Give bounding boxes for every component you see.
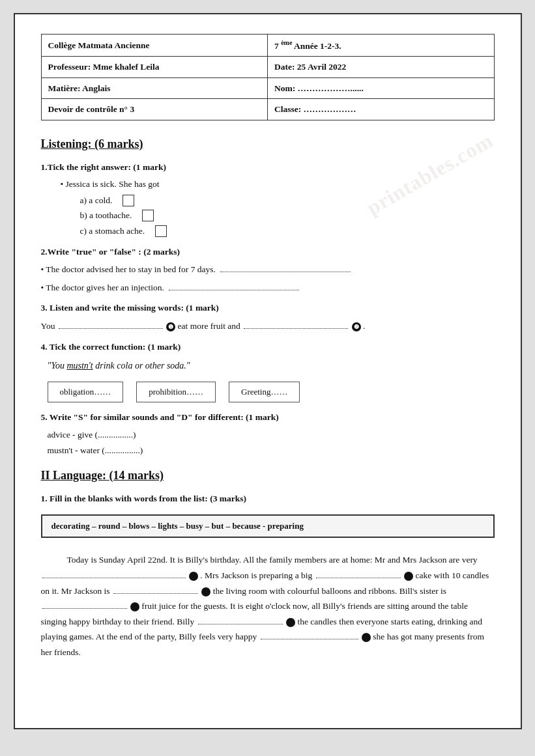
listening-title: Listening: (6 marks) [41,135,495,154]
q1-title: 1.Tick the right answer: (1 mark) [41,160,495,175]
header-cell-subject: Matière: Anglais [41,77,268,99]
header-cell-school: Collège Matmata Ancienne [41,35,268,57]
q2-item-2-text: The doctor gives her an injection. [46,283,164,292]
q2-item-2: • The doctor gives her an injection. [41,281,495,295]
para-cont1: . Mrs Jackson is preparing a big [200,570,312,580]
q1-checkbox-a[interactable] [123,195,134,206]
q2-answer-1[interactable] [220,272,351,272]
para-blank6[interactable] [261,639,358,639]
q3-end: . [363,321,365,331]
q3-pre: You [41,321,57,331]
q1-option-a-text: a) a cold. [80,193,113,208]
para-circle3: ❸ [201,587,210,596]
q1-intro: • Jessica is sick. She has got [61,177,495,191]
q2-title: 2.Write "true" or "false" : (2 marks) [41,245,495,259]
q1-option-b-text: b) a toothache. [80,208,132,223]
para-cont3: the living room with colourful balloons … [213,586,446,596]
q5-title: 5. Write "S" for similar sounds and "D" … [41,410,495,425]
q1-intro-text: Jessica is sick. She has got [66,179,160,189]
header-table: Collège Matmata Ancienne 7 ème Année 1-2… [41,34,495,120]
para-blank5[interactable] [198,624,283,624]
q2-answer-2[interactable] [169,290,299,290]
word-list-box: decorating – round – blows – lights – bu… [41,514,495,539]
q1-option-a: a) a cold. [80,193,495,208]
header-cell-date: Date: 25 Avril 2022 [268,57,495,78]
para-circle2: ❷ [404,572,413,581]
q3-title: 3. Listen and write the missing words: (… [41,301,495,315]
para-cake: cake [415,570,431,580]
q4-title: 4. Tick the correct function: (1 mark) [41,340,495,354]
mustn-underline: mustn't [66,361,93,371]
para-start: Today is Sunday April 22nd. It is Billy'… [67,555,478,565]
header-cell-classe: Classe: ……………… [268,99,495,120]
para-blank3[interactable] [113,593,198,594]
para-circle4: ❹ [130,602,139,611]
para-blank2[interactable] [316,578,401,578]
q1-option-c-text: c) a stomach ache. [80,224,145,238]
q1-option-c: c) a stomach ache. [80,224,495,238]
header-cell-year: 7 ème Année 1-2-3. [268,35,495,57]
para-circle5: ❺ [286,618,295,627]
q3-blank1[interactable] [59,328,163,329]
q2-item-1: • The doctor advised her to stay in bed … [41,262,495,277]
q1-checkbox-b[interactable] [142,210,154,221]
para-circle1: ❶ [189,572,198,581]
q1-option-b: b) a toothache. [80,208,495,223]
function-box-greeting[interactable]: Greeting…… [229,382,300,403]
function-box-obligation[interactable]: obligation…… [48,382,124,403]
q3-text: You ❶ eat more fruit and ❷ . [41,319,495,333]
q3-blank2[interactable] [244,328,348,329]
q5-pair-2: mustn't - water (................) [48,443,495,458]
exam-page: printables.com Collège Matmata Ancienne … [14,13,522,729]
paragraph: Today is Sunday April 22nd. It is Billy'… [41,552,495,660]
header-cell-nom: Nom: ………………...... [268,77,495,99]
lang-q1-title: 1. Fill in the blanks with words from th… [41,492,495,506]
header-cell-devoir: Devoir de contrôle n° 3 [41,99,268,120]
q3-circle2: ❷ [352,322,361,331]
para-blank4[interactable] [42,608,127,609]
q2-item-1-text: The doctor advised her to stay in bed fo… [46,264,216,274]
function-boxes-container: obligation…… prohibition…… Greeting…… [48,382,495,403]
function-box-prohibition[interactable]: prohibition…… [136,382,216,403]
q4-quote: "You mustn't drink cola or other soda." [48,359,488,373]
q1-checkbox-c[interactable] [155,225,167,237]
header-cell-teacher: Professeur: Mme khalef Leila [41,57,268,78]
q3-mid: eat more fruit and [178,321,240,331]
para-blank1[interactable] [42,578,186,578]
q5-pair-1: advice - give (................) [48,428,495,442]
language-title: II Language: (14 marks) [41,466,495,485]
para-circle6: ❻ [362,633,371,642]
q3-circle1: ❶ [166,322,175,331]
